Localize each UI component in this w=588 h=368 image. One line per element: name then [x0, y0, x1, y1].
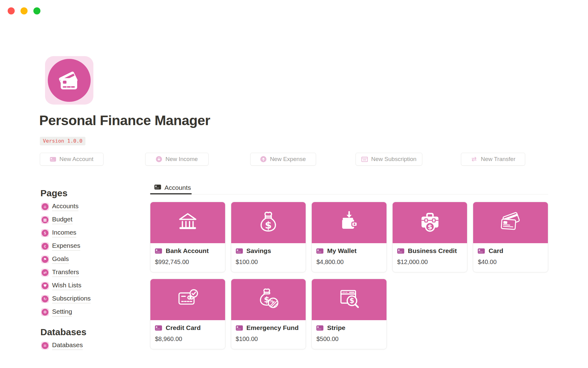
new-income-button[interactable]: New Income — [145, 153, 209, 166]
new-transfer-button[interactable]: New Transfer — [461, 153, 525, 166]
card-body: My Wallet$4,800.00 — [312, 243, 386, 266]
card-cover — [473, 202, 548, 243]
credit-card-icon — [316, 325, 323, 331]
sidebar-item-label: Accounts — [52, 202, 78, 211]
account-balance: $12,000.00 — [397, 259, 463, 266]
account-balance: $40.00 — [478, 259, 543, 266]
card-cover: $ — [312, 279, 386, 320]
tab-accounts[interactable]: Accounts — [150, 182, 195, 193]
account-name: Savings — [247, 247, 271, 255]
card-title-row: Savings — [236, 247, 301, 255]
sidebar-item-label: Transfers — [52, 268, 79, 277]
account-balance: $8,960.00 — [155, 335, 221, 343]
money-bag-percent-icon: $% — [256, 287, 281, 312]
section-heading-databases: Databases — [40, 327, 138, 338]
account-balance: $500.00 — [316, 335, 382, 343]
version-badge: Version 1.0.0 — [40, 137, 85, 145]
card-cover — [312, 202, 386, 243]
card-body: Business Credit$12,000.00 — [393, 243, 467, 266]
sidebar-item-expenses[interactable]: ¢Expenses — [40, 240, 138, 253]
sidebar-item-subscriptions[interactable]: ↻Subscriptions — [40, 292, 138, 305]
new-expense-button[interactable]: New Expense — [250, 153, 316, 166]
sidebar-item-databases[interactable]: ≡Databases — [40, 339, 138, 352]
browser-dollar-search-icon: $ — [337, 287, 361, 312]
account-name: Card — [488, 247, 503, 255]
sidebar-item-budget[interactable]: ▦Budget — [40, 213, 138, 226]
card-title-row: Emergency Fund — [236, 324, 301, 332]
zoom-button[interactable] — [33, 7, 40, 14]
database-icon: ≡ — [41, 342, 49, 350]
credit-card-icon — [50, 157, 56, 162]
account-balance: $100.00 — [236, 259, 301, 266]
account-name: My Wallet — [327, 247, 356, 255]
action-button-row: New AccountNew IncomeNew ExpenseNew Subs… — [40, 153, 548, 166]
sidebar-item-accounts[interactable]: ⌂Accounts — [40, 200, 138, 213]
account-card-business-credit[interactable]: $Business Credit$12,000.00 — [392, 202, 468, 272]
goal-icon: ⚑ — [41, 255, 49, 263]
account-card-emergency-fund[interactable]: $%Emergency Fund$100.00 — [231, 279, 306, 349]
app-icon[interactable] — [45, 56, 93, 105]
account-name: Stripe — [327, 324, 345, 332]
transfer-icon: ⇄ — [41, 269, 49, 277]
account-balance: $4,800.00 — [316, 259, 382, 266]
card-cover — [150, 202, 225, 243]
sidebar-item-transfers[interactable]: ⇄Transfers — [40, 266, 138, 279]
account-card-card[interactable]: Card$40.00 — [473, 202, 548, 272]
new-account-button[interactable]: New Account — [40, 153, 104, 166]
sidebar-item-label: Expenses — [52, 242, 80, 251]
button-label: New Income — [165, 156, 198, 163]
account-card-credit-card[interactable]: Credit Card$8,960.00 — [150, 279, 225, 349]
window-controls — [8, 7, 40, 14]
svg-text:$: $ — [428, 223, 432, 231]
card-cover: $% — [231, 279, 306, 320]
money-bag-icon: $ — [256, 210, 281, 236]
credit-card-icon — [478, 248, 485, 254]
bank-building-icon — [175, 210, 200, 235]
card-body: Bank Account$992,745.00 — [150, 243, 225, 266]
sidebar-item-label: Wish Lists — [52, 282, 81, 290]
sidebar-item-incomes[interactable]: $Incomes — [40, 226, 138, 240]
active-tab-indicator — [150, 193, 192, 194]
sidebar-item-label: Setting — [52, 308, 72, 316]
credit-card-icon — [155, 325, 162, 331]
button-label: New Account — [59, 156, 93, 163]
credit-cards-icon — [48, 59, 91, 102]
sidebar-item-setting[interactable]: ⚙Setting — [40, 305, 138, 319]
minimize-button[interactable] — [21, 7, 28, 14]
account-name: Bank Account — [166, 247, 209, 255]
tab-label: Accounts — [164, 184, 191, 191]
card-title-row: Stripe — [316, 324, 382, 332]
card-title-row: Credit Card — [155, 324, 221, 332]
account-card-my-wallet[interactable]: My Wallet$4,800.00 — [311, 202, 387, 272]
card-title-row: Card — [478, 247, 543, 255]
account-name: Business Credit — [408, 247, 457, 255]
sidebar-item-label: Goals — [52, 255, 69, 264]
credit-card-icon — [397, 248, 404, 254]
arrow-up-circle-icon — [260, 156, 266, 162]
credit-card-icon — [316, 248, 323, 254]
subscription-box-icon — [361, 157, 368, 162]
sidebar-item-wish-lists[interactable]: ♥Wish Lists — [40, 279, 138, 292]
account-balance: $100.00 — [236, 335, 301, 343]
account-name: Credit Card — [166, 324, 201, 332]
card-title-row: Bank Account — [155, 247, 221, 255]
svg-text:$: $ — [265, 220, 272, 231]
button-label: New Transfer — [481, 156, 515, 163]
wallet-deposit-icon — [337, 210, 361, 235]
income-icon: $ — [41, 229, 49, 237]
transfer-arrows-icon — [471, 157, 477, 162]
credit-card-icon — [154, 185, 161, 191]
close-button[interactable] — [8, 7, 15, 14]
credit-card-icon — [155, 248, 162, 254]
card-body: Stripe$500.00 — [312, 320, 386, 343]
button-label: New Expense — [270, 156, 306, 163]
sidebar-item-goals[interactable]: ⚑Goals — [40, 253, 138, 266]
card-body: Emergency Fund$100.00 — [231, 320, 306, 343]
sidebar-item-label: Budget — [52, 216, 73, 224]
expense-icon: ¢ — [41, 242, 49, 250]
accounts-gallery: Bank Account$992,745.00$Savings$100.00My… — [150, 202, 548, 349]
account-card-savings[interactable]: $Savings$100.00 — [231, 202, 306, 272]
new-subscription-button[interactable]: New Subscription — [356, 153, 422, 166]
account-card-stripe[interactable]: $Stripe$500.00 — [311, 279, 387, 349]
account-card-bank-account[interactable]: Bank Account$992,745.00 — [150, 202, 225, 272]
